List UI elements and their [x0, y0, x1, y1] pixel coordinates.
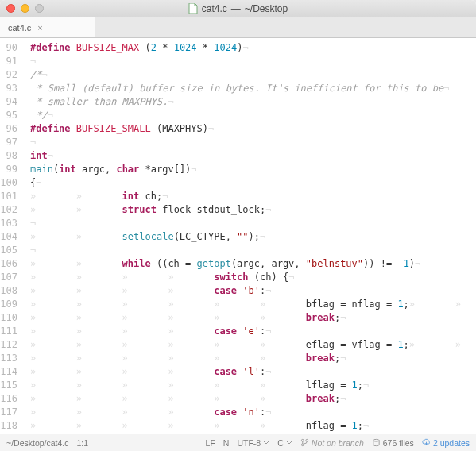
code-line[interactable]: #define BUFSIZE_SMALL (MAXPHYS)¬ [30, 122, 476, 136]
chevron-down-icon [286, 440, 292, 446]
line-number: 90 [0, 41, 21, 55]
line-number: 106 [0, 257, 21, 271]
code-line[interactable]: {¬ [30, 176, 476, 190]
tab-close-icon[interactable]: × [36, 24, 44, 32]
code-line[interactable]: int¬ [30, 149, 476, 163]
window-close-button[interactable] [6, 4, 15, 13]
line-number: 97 [0, 136, 21, 149]
line-number: 107 [0, 271, 21, 284]
status-line-ending[interactable]: LF [206, 438, 215, 448]
line-number: 93 [0, 82, 21, 95]
window-zoom-button[interactable] [35, 4, 44, 13]
line-number: 104 [0, 230, 21, 244]
code-line[interactable]: » » » » » » break;¬ [30, 352, 476, 365]
cloud-download-icon [422, 438, 431, 447]
status-updates[interactable]: 2 updates [422, 438, 470, 448]
code-line[interactable]: * Small (default) buffer size in bytes. … [30, 82, 476, 95]
database-icon [372, 438, 381, 447]
tab-bar: cat4.c × [0, 17, 476, 38]
svg-point-3 [373, 439, 379, 441]
line-number: 112 [0, 338, 21, 352]
chevron-down-icon [263, 440, 269, 446]
code-line[interactable]: » » » » » » nflag = 1;¬ [30, 419, 476, 433]
code-line[interactable]: » » » » » » break;¬ [30, 311, 476, 325]
code-line[interactable]: » » setlocale(LC_CTYPE, "");¬ [30, 230, 476, 244]
svg-point-1 [306, 439, 308, 441]
title-filename: cat4.c [202, 3, 227, 14]
code-line[interactable]: » » while ((ch = getopt(argc, argv, "bel… [30, 257, 476, 271]
status-branch-text: Not on branch [312, 438, 364, 448]
code-line[interactable]: » » » » » » lflag = 1;¬ [30, 379, 476, 392]
code-line[interactable]: » » int ch;¬ [30, 190, 476, 203]
code-line[interactable]: * smaller than MAXPHYS.¬ [30, 95, 476, 109]
code-line[interactable]: » » » » case 'n':¬ [30, 406, 476, 419]
line-number: 105 [0, 244, 21, 257]
code-line[interactable]: » » » » switch (ch) {¬ [30, 271, 476, 284]
status-bar: ~/Desktop/cat4.c 1:1 LF N UTF-8 C Not on… [0, 434, 476, 451]
line-number: 116 [0, 392, 21, 406]
svg-point-2 [301, 444, 304, 446]
git-branch-icon [300, 438, 309, 447]
svg-point-0 [301, 439, 304, 441]
code-line[interactable]: #define BUFSIZE_MAX (2 * 1024 * 1024)¬ [30, 41, 476, 55]
line-number: 96 [0, 122, 21, 136]
status-files-text: 676 files [383, 438, 414, 448]
window-minimize-button[interactable] [21, 4, 29, 13]
title-sep: — [231, 3, 241, 14]
line-number: 100 [0, 176, 21, 190]
status-path[interactable]: ~/Desktop/cat4.c [6, 438, 69, 448]
tab-file[interactable]: cat4.c × [0, 17, 95, 37]
code-line[interactable]: » » » » case 'e':¬ [30, 325, 476, 338]
code-line[interactable]: ¬ [30, 217, 476, 230]
code-line[interactable]: » » » » » » eflag = vflag = 1;» » /* [30, 338, 476, 352]
line-number: 103 [0, 217, 21, 230]
status-updates-text: 2 updates [433, 438, 470, 448]
line-number: 114 [0, 365, 21, 379]
code-area[interactable]: #define BUFSIZE_MAX (2 * 1024 * 1024)¬¬/… [25, 38, 476, 434]
status-encoding[interactable]: UTF-8 [237, 438, 261, 448]
status-cursor[interactable]: 1:1 [77, 438, 89, 448]
line-number: 94 [0, 95, 21, 109]
code-line[interactable]: */¬ [30, 109, 476, 122]
status-indent[interactable]: N [223, 438, 230, 448]
line-number: 109 [0, 298, 21, 311]
line-number-gutter: 9091929394959697989910010110210310410510… [0, 38, 25, 434]
editor-window: cat4.c — ~/Desktop cat4.c × 909192939495… [0, 0, 476, 451]
line-number: 99 [0, 163, 21, 176]
line-number: 110 [0, 311, 21, 325]
line-number: 108 [0, 284, 21, 298]
traffic-lights [0, 4, 44, 13]
code-line[interactable]: ¬ [30, 136, 476, 149]
line-number: 117 [0, 406, 21, 419]
code-line[interactable]: /*¬ [30, 68, 476, 82]
code-line[interactable]: » » » » case 'l':¬ [30, 365, 476, 379]
code-line[interactable]: ¬ [30, 55, 476, 68]
file-icon [188, 3, 198, 14]
line-number: 102 [0, 203, 21, 217]
line-number: 95 [0, 109, 21, 122]
line-number: 91 [0, 55, 21, 68]
code-line[interactable]: » » » » » » bflag = nflag = 1;» » /* [30, 298, 476, 311]
tab-label: cat4.c [8, 23, 31, 33]
titlebar: cat4.c — ~/Desktop [0, 0, 476, 17]
code-line[interactable]: » » struct flock stdout_lock;¬ [30, 203, 476, 217]
line-number: 92 [0, 68, 21, 82]
code-editor[interactable]: 9091929394959697989910010110210310410510… [0, 38, 476, 434]
line-number: 113 [0, 352, 21, 365]
window-title: cat4.c — ~/Desktop [0, 3, 476, 14]
code-line[interactable]: ¬ [30, 244, 476, 257]
line-number: 118 [0, 419, 21, 433]
code-line[interactable]: » » » » » » break;¬ [30, 392, 476, 406]
line-number: 115 [0, 379, 21, 392]
code-line[interactable]: main(int argc, char *argv[])¬ [30, 163, 476, 176]
line-number: 111 [0, 325, 21, 338]
status-branch[interactable]: Not on branch [300, 438, 364, 448]
code-line[interactable]: » » » » case 'b':¬ [30, 284, 476, 298]
line-number: 101 [0, 190, 21, 203]
status-grammar[interactable]: C [277, 438, 284, 448]
line-number: 98 [0, 149, 21, 163]
title-path: ~/Desktop [245, 3, 288, 14]
status-files[interactable]: 676 files [372, 438, 414, 448]
